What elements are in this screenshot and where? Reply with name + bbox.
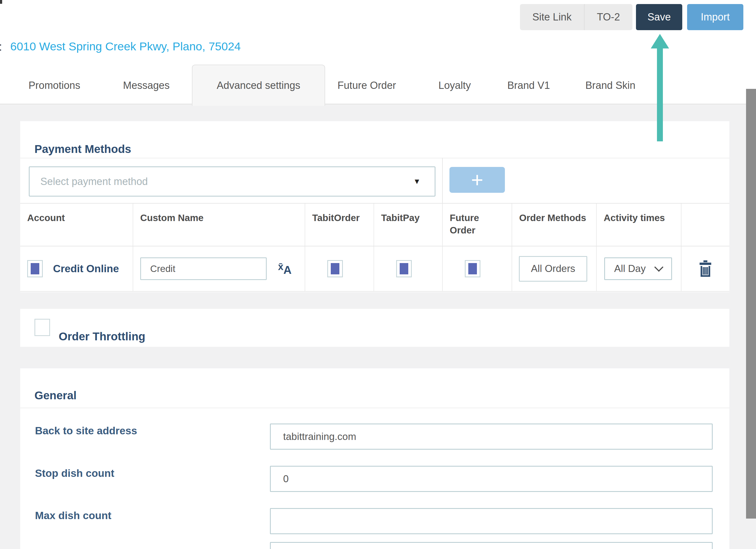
activity-times-value: All Day [605, 263, 656, 274]
credit-online-checkbox[interactable] [27, 260, 43, 277]
column-header-order-methods: Order Methods [512, 203, 597, 246]
payment-methods-section: Payment Methods Select payment method ▼ … [20, 121, 729, 292]
payment-methods-title: Payment Methods [34, 143, 131, 156]
back-to-site-address-input[interactable] [270, 424, 713, 450]
plus-icon: + [471, 168, 483, 192]
chevron-down-icon [654, 262, 663, 272]
tab-brand-v1[interactable]: Brand V1 [507, 80, 550, 91]
column-header-actions [681, 203, 729, 246]
site-address-link[interactable]: 6010 West Spring Creek Pkwy, Plano, 7502… [10, 40, 241, 53]
column-header-account: Account [20, 203, 133, 246]
save-button[interactable]: Save [636, 4, 682, 30]
tabitpay-checkbox[interactable] [396, 260, 412, 277]
custom-name-input[interactable] [140, 257, 267, 280]
checkbox-fill [400, 263, 408, 274]
activity-times-select[interactable]: All Day [604, 257, 672, 280]
header-button-group: Site Link TO-2 [520, 4, 632, 30]
future-order-checkbox[interactable] [465, 260, 480, 277]
tab-bar: Promotions Messages Advanced settings Fu… [0, 57, 756, 104]
tab-advanced-settings[interactable]: Advanced settings [192, 65, 325, 106]
payment-method-select-placeholder: Select payment method [30, 176, 413, 187]
column-header-tabitorder: TabitOrder [305, 203, 374, 246]
trash-icon[interactable] [698, 260, 712, 277]
payment-method-name: Credit Online [53, 263, 119, 274]
table-row-activity-times-cell: All Day [597, 246, 681, 292]
table-row-custom-name-cell: x̄A [133, 246, 305, 292]
section-divider [20, 158, 729, 158]
payment-methods-table: Account Custom Name TabitOrder TabitPay … [20, 203, 729, 292]
section-divider [20, 408, 729, 408]
site-link-button[interactable]: Site Link [520, 4, 584, 30]
clipped-ui-fragment [0, 0, 2, 4]
to-2-button[interactable]: TO-2 [585, 4, 632, 30]
table-row-actions-cell [681, 246, 729, 292]
order-throttling-section: Order Throttling [20, 309, 729, 347]
clipped-label-fragment: : [0, 40, 2, 53]
import-button[interactable]: Import [687, 4, 743, 30]
tab-messages[interactable]: Messages [123, 80, 170, 91]
column-header-custom-name: Custom Name [133, 203, 305, 246]
tab-future-order[interactable]: Future Order [337, 80, 396, 91]
table-row-future-order-cell [443, 246, 512, 292]
payment-method-select[interactable]: Select payment method ▼ [29, 166, 435, 196]
add-payment-method-button[interactable]: + [449, 167, 505, 193]
scrollbar-thumb[interactable] [746, 89, 756, 519]
checkbox-fill [331, 263, 339, 274]
tabitorder-checkbox[interactable] [327, 260, 343, 277]
next-field-input-partial[interactable] [270, 542, 713, 549]
column-header-future-order: Future Order [443, 203, 512, 246]
order-throttling-checkbox[interactable] [34, 319, 50, 336]
tab-brand-skin[interactable]: Brand Skin [585, 80, 635, 91]
stop-dish-count-input[interactable] [270, 466, 713, 492]
table-row-tabitorder-cell [305, 246, 374, 292]
stop-dish-count-label: Stop dish count [35, 467, 114, 479]
translate-icon[interactable]: x̄A [278, 261, 291, 277]
tab-promotions[interactable]: Promotions [29, 80, 80, 91]
max-dish-count-label: Max dish count [35, 510, 111, 522]
tab-loyalty[interactable]: Loyalty [438, 80, 471, 91]
tab-advanced-settings-label: Advanced settings [217, 80, 300, 91]
column-header-activity-times: Activity times [597, 203, 681, 246]
checkbox-fill [31, 263, 39, 274]
table-row-tabitpay-cell [374, 246, 443, 292]
max-dish-count-input[interactable] [270, 508, 713, 534]
checkbox-fill [468, 263, 477, 274]
order-methods-button[interactable]: All Orders [519, 256, 587, 282]
vertical-divider [442, 158, 443, 203]
order-throttling-title: Order Throttling [59, 330, 145, 343]
back-to-site-address-label: Back to site address [35, 425, 137, 437]
column-header-tabitpay: TabitPay [374, 203, 443, 246]
general-title: General [34, 389, 76, 402]
caret-down-icon: ▼ [413, 177, 435, 186]
table-row-order-methods-cell: All Orders [512, 246, 597, 292]
table-row-account-cell: Credit Online [20, 246, 133, 292]
annotation-arrow-up [649, 32, 671, 143]
general-section: General Back to site address Stop dish c… [20, 368, 729, 549]
